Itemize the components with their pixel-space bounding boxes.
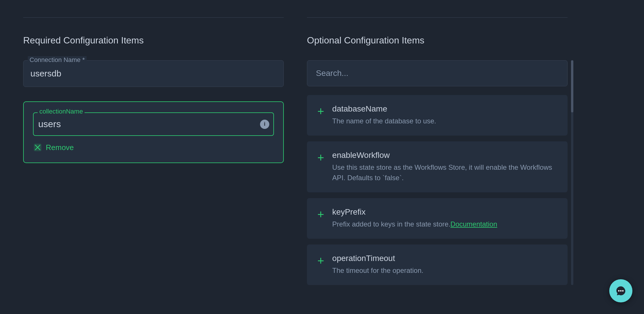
collection-name-label: collectionName: [38, 108, 85, 115]
add-option-button[interactable]: +: [317, 255, 324, 266]
optional-section-divider: [307, 17, 568, 18]
remove-icon: [33, 143, 42, 152]
add-option-button[interactable]: +: [317, 209, 324, 220]
option-link[interactable]: Documentation: [451, 220, 497, 228]
option-description: The name of the database to use.: [332, 116, 557, 126]
svg-point-3: [618, 290, 620, 292]
scrollbar-track[interactable]: [571, 60, 573, 285]
collection-card: collectionName i Remove: [23, 101, 284, 163]
add-option-button[interactable]: +: [317, 152, 324, 163]
remove-label: Remove: [46, 143, 74, 152]
right-panel: Optional Configuration Items + databaseN…: [307, 17, 568, 302]
option-card: + operationTimeout The timeout for the o…: [307, 244, 568, 285]
option-content: enableWorkflow Use this state store as t…: [332, 151, 557, 183]
option-card: + enableWorkflow Use this state store as…: [307, 141, 568, 192]
option-name: operationTimeout: [332, 254, 557, 263]
option-name: enableWorkflow: [332, 151, 557, 160]
collection-name-input[interactable]: [33, 112, 274, 136]
info-icon[interactable]: i: [260, 120, 269, 129]
options-list: + databaseName The name of the database …: [307, 95, 568, 285]
svg-point-5: [622, 290, 624, 292]
option-content: keyPrefix Prefix added to keys in the st…: [332, 207, 557, 229]
option-content: databaseName The name of the database to…: [332, 104, 557, 126]
collection-name-wrapper: collectionName i: [33, 112, 274, 136]
collection-input-row: i: [33, 112, 274, 136]
option-card: + databaseName The name of the database …: [307, 95, 568, 136]
left-panel: Required Configuration Items Connection …: [23, 17, 284, 302]
section-divider: [23, 17, 284, 18]
chat-button[interactable]: [609, 279, 632, 302]
connection-name-label: Connection Name *: [28, 56, 87, 64]
remove-button[interactable]: Remove: [33, 143, 74, 152]
optional-section-title: Optional Configuration Items: [307, 35, 568, 46]
option-description: Prefix added to keys in the state store.…: [332, 219, 557, 229]
option-content: operationTimeout The timeout for the ope…: [332, 254, 557, 276]
svg-point-4: [620, 290, 622, 292]
connection-name-group: Connection Name *: [23, 60, 284, 87]
search-input[interactable]: [307, 60, 568, 86]
connection-name-input[interactable]: [23, 60, 284, 87]
connection-name-wrapper: Connection Name *: [23, 60, 284, 87]
option-card: + keyPrefix Prefix added to keys in the …: [307, 198, 568, 239]
scrollbar-thumb[interactable]: [571, 60, 573, 112]
option-description: The timeout for the operation.: [332, 265, 557, 276]
option-description: Use this state store as the Workflows St…: [332, 162, 557, 183]
add-option-button[interactable]: +: [317, 105, 324, 117]
option-name: keyPrefix: [332, 207, 557, 217]
option-name: databaseName: [332, 104, 557, 114]
required-section-title: Required Configuration Items: [23, 35, 284, 46]
